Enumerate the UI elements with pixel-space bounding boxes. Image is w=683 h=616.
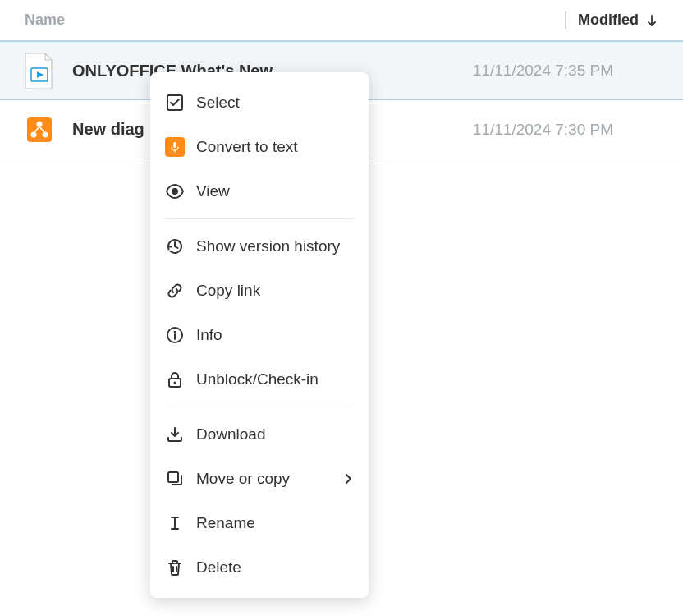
svg-rect-12	[168, 472, 178, 482]
svg-rect-6	[173, 142, 176, 148]
svg-point-11	[174, 382, 176, 384]
menu-label: Copy link	[196, 282, 354, 300]
menu-item-rename[interactable]: Rename	[150, 501, 369, 545]
menu-label: Info	[196, 326, 354, 344]
svg-point-7	[172, 188, 178, 195]
menu-item-copy-link[interactable]: Copy link	[150, 269, 369, 313]
column-header-modified[interactable]: Modified	[565, 11, 658, 29]
chevron-right-icon	[342, 473, 354, 485]
svg-point-2	[37, 121, 43, 126]
menu-divider	[165, 218, 354, 219]
column-modified-label: Modified	[578, 11, 639, 29]
menu-item-download[interactable]: Download	[150, 412, 369, 457]
copy-icon	[165, 469, 185, 489]
menu-item-info[interactable]: Info	[150, 313, 369, 357]
menu-item-unblock[interactable]: Unblock/Check-in	[150, 357, 369, 402]
menu-label: Show version history	[196, 237, 354, 255]
history-icon	[165, 237, 185, 256]
file-modified-date: 11/11/2024 7:35 PM	[473, 62, 658, 80]
info-icon	[165, 325, 185, 345]
context-menu: Select Convert to text View	[150, 72, 369, 598]
menu-item-history[interactable]: Show version history	[150, 224, 369, 269]
lock-icon	[165, 370, 185, 389]
menu-item-convert[interactable]: Convert to text	[150, 125, 369, 169]
menu-label: Download	[196, 425, 354, 444]
menu-label: Convert to text	[196, 138, 354, 156]
menu-item-delete[interactable]: Delete	[150, 545, 369, 590]
svg-point-3	[31, 131, 37, 137]
link-icon	[165, 281, 185, 301]
download-icon	[165, 425, 185, 444]
select-icon	[165, 93, 185, 113]
column-header-name[interactable]: Name	[25, 11, 565, 29]
menu-label: View	[196, 182, 354, 200]
convert-to-text-icon	[165, 137, 185, 157]
menu-item-move-copy[interactable]: Move or copy	[150, 457, 369, 501]
file-modified-date: 11/11/2024 7:30 PM	[473, 121, 658, 139]
menu-item-select[interactable]: Select	[150, 80, 369, 125]
sort-down-icon	[645, 14, 658, 27]
eye-icon	[165, 182, 185, 201]
text-cursor-icon	[165, 513, 185, 533]
menu-item-view[interactable]: View	[150, 169, 369, 214]
file-list-header: Name Modified	[0, 0, 683, 41]
menu-label: Move or copy	[196, 470, 342, 488]
menu-divider	[165, 407, 354, 407]
menu-label: Select	[196, 94, 354, 112]
video-file-icon	[25, 53, 54, 89]
svg-point-4	[43, 131, 48, 137]
menu-label: Unblock/Check-in	[196, 370, 354, 388]
menu-label: Rename	[196, 514, 354, 532]
svg-point-9	[174, 331, 176, 333]
diagram-file-icon	[25, 112, 54, 148]
trash-icon	[165, 558, 185, 577]
menu-label: Delete	[196, 559, 354, 577]
